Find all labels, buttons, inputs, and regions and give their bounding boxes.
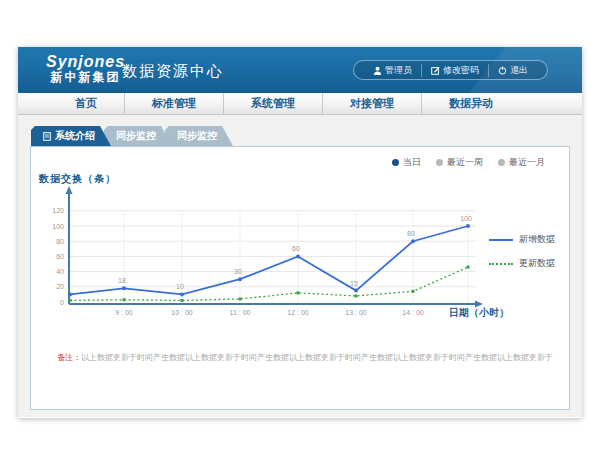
nav-item-home[interactable]: 首页: [48, 93, 124, 114]
dotted-line-icon: [489, 263, 513, 265]
main-nav: 首页 标准管理 系统管理 对接管理 数据异动: [18, 93, 582, 115]
app-window: Synjones 新中新集团 数据资源中心 管理员 修改密码: [18, 47, 582, 418]
power-icon: [498, 66, 507, 75]
current-user-button[interactable]: 管理员: [364, 64, 421, 77]
svg-text:80: 80: [56, 238, 64, 245]
svg-text:80: 80: [407, 230, 415, 237]
tab-sync-monitor-2[interactable]: 同步监控: [165, 126, 233, 146]
content-area: 系统介绍 同步监控 同步监控 当日 最近一周: [18, 115, 582, 417]
header: Synjones 新中新集团 数据资源中心 管理员 修改密码: [18, 47, 582, 93]
logo-wordmark: Synjones: [46, 53, 125, 71]
svg-text:40: 40: [56, 268, 64, 275]
svg-text:13 : 00: 13 : 00: [345, 309, 367, 316]
svg-text:20: 20: [56, 283, 64, 290]
svg-text:0: 0: [60, 299, 64, 306]
change-password-label: 修改密码: [443, 64, 479, 77]
svg-text:11 : 00: 11 : 00: [230, 309, 251, 316]
logout-label: 退出: [510, 64, 528, 77]
svg-text:14 : 00: 14 : 00: [402, 309, 424, 316]
svg-text:60: 60: [292, 245, 300, 252]
tab-label: 系统介绍: [55, 129, 95, 143]
svg-text:12 : 00: 12 : 00: [287, 309, 309, 316]
svg-text:10 : 00: 10 : 00: [171, 309, 193, 316]
nav-item-system-mgmt[interactable]: 系统管理: [223, 93, 322, 114]
company-logo: Synjones 新中新集团: [46, 53, 125, 84]
header-action-bar: 管理员 修改密码 退出: [353, 60, 548, 80]
footnote-prefix: 备注：: [57, 353, 81, 362]
page-title: 数据资源中心: [122, 62, 224, 81]
svg-text:9 : 00: 9 : 00: [115, 309, 133, 316]
logo-company-name: 新中新集团: [46, 71, 125, 84]
tab-bar: 系统介绍 同步监控 同步监控: [31, 126, 233, 146]
legend-label: 更新数据: [519, 257, 555, 270]
user-icon: [373, 66, 382, 75]
tab-system-intro[interactable]: 系统介绍: [31, 126, 111, 146]
svg-text:100: 100: [52, 223, 64, 230]
legend-item-updated-data: 更新数据: [489, 257, 555, 270]
tab-label: 同步监控: [116, 129, 156, 143]
svg-text:10: 10: [176, 283, 184, 290]
document-icon: [43, 132, 51, 141]
svg-text:100: 100: [460, 215, 472, 222]
svg-text:15: 15: [350, 280, 358, 287]
tab-sync-monitor-1[interactable]: 同步监控: [104, 126, 172, 146]
solid-line-icon: [489, 239, 513, 241]
current-user-label: 管理员: [385, 64, 412, 77]
legend-item-new-data: 新增数据: [489, 233, 555, 246]
tab-label: 同步监控: [177, 129, 217, 143]
chart-panel: 当日 最近一周 最近一月 数据交换（条） 0204060801001209 : …: [30, 146, 570, 410]
nav-item-standard-mgmt[interactable]: 标准管理: [124, 93, 223, 114]
legend-label: 新增数据: [519, 233, 555, 246]
logout-button[interactable]: 退出: [488, 64, 537, 77]
svg-text:60: 60: [56, 253, 64, 260]
svg-text:30: 30: [234, 268, 242, 275]
nav-item-data-changes[interactable]: 数据异动: [421, 93, 520, 114]
nav-item-integration-mgmt[interactable]: 对接管理: [322, 93, 421, 114]
x-axis-title: 日期（小时）: [449, 306, 509, 320]
change-password-button[interactable]: 修改密码: [421, 64, 488, 77]
footnote-text: 以上数据更新于时间产生数据以上数据更新于时间产生数据以上数据更新于时间产生数据以…: [81, 353, 553, 362]
svg-text:120: 120: [52, 207, 64, 214]
edit-icon: [431, 66, 440, 75]
svg-text:18: 18: [118, 277, 126, 284]
footnote: 备注：以上数据更新于时间产生数据以上数据更新于时间产生数据以上数据更新于时间产生…: [57, 352, 557, 363]
chart-legend: 新增数据 更新数据: [489, 233, 555, 270]
